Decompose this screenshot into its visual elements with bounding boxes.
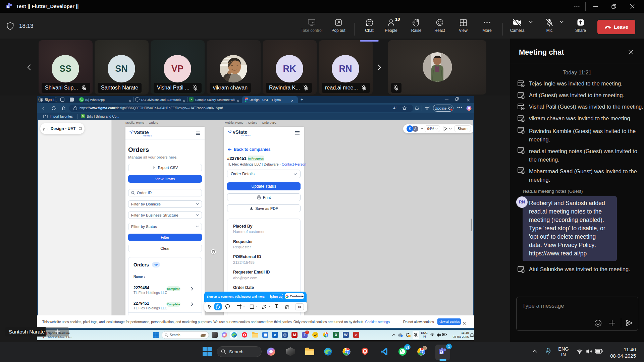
svg-text:T: T [440, 351, 442, 354]
svg-text:T: T [8, 5, 9, 8]
svg-text:FILINGS: FILINGS [241, 134, 251, 136]
svg-text:FILINGS: FILINGS [143, 135, 152, 137]
